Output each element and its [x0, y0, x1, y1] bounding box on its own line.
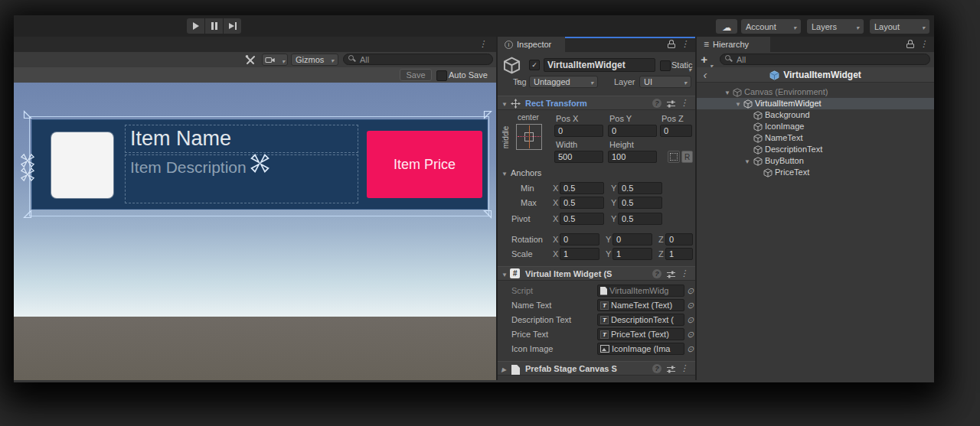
hierarchy-row-canvas[interactable]: Canvas (Environment)	[697, 86, 934, 98]
anchor-gizmo-icon[interactable]	[20, 167, 35, 182]
hierarchy-row-background[interactable]: Background	[697, 109, 934, 121]
foldout-icon[interactable]	[744, 158, 750, 165]
pos-y-field[interactable]: 0	[608, 125, 657, 137]
account-dropdown[interactable]: Account	[741, 19, 801, 34]
hierarchy-row-virtualitemwidget[interactable]: VirtualItemWidget	[697, 98, 934, 109]
object-picker-icon[interactable]	[687, 315, 694, 325]
camera-dropdown[interactable]	[262, 54, 288, 66]
pivot-x-field[interactable]: 0.5	[560, 213, 604, 225]
preset-icon[interactable]	[666, 270, 676, 279]
foldout-icon[interactable]	[724, 89, 730, 96]
create-object-button[interactable]	[701, 54, 707, 64]
widget-description-rect[interactable]: Item Description	[125, 154, 358, 203]
script-file-icon	[600, 287, 607, 295]
static-checkbox[interactable]	[660, 60, 671, 71]
save-button[interactable]: Save	[400, 69, 432, 81]
foldout-icon[interactable]	[501, 171, 508, 177]
rotation-x-field[interactable]: 0	[560, 233, 599, 246]
kebab-icon[interactable]	[680, 99, 688, 107]
max-y-field[interactable]: 0.5	[618, 197, 662, 209]
scale-x-field[interactable]: 1	[560, 248, 599, 260]
scene-search-input[interactable]: All	[343, 54, 493, 65]
foldout-icon[interactable]	[501, 272, 508, 278]
lock-icon[interactable]	[668, 40, 675, 48]
corner-handle-icon[interactable]	[23, 110, 32, 119]
object-picker-icon[interactable]	[687, 301, 694, 311]
kebab-icon[interactable]	[680, 269, 688, 278]
hierarchy-row-descriptiontext[interactable]: DescriptionText	[697, 144, 934, 155]
help-icon[interactable]	[652, 364, 662, 373]
foldout-icon[interactable]	[501, 101, 508, 108]
gameobject-name-field[interactable]: VirtualItemWidget	[544, 58, 655, 72]
object-picker-icon[interactable]	[687, 330, 694, 340]
price-text-object-field[interactable]: PriceText (Text)	[597, 328, 684, 340]
tab-inspector[interactable]: Inspector	[498, 37, 565, 52]
description-text-object-field[interactable]: DescriptionText (	[597, 314, 684, 326]
object-picker-icon[interactable]	[687, 344, 694, 354]
tab-hierarchy[interactable]: Hierarchy	[697, 37, 770, 52]
scale-y-field[interactable]: 1	[612, 248, 652, 260]
active-checkbox[interactable]	[529, 60, 540, 70]
min-x-field[interactable]: 0.5	[560, 182, 604, 194]
cloud-services-button[interactable]	[716, 19, 737, 34]
layout-dropdown[interactable]: Layout	[870, 19, 929, 34]
rotation-z-field[interactable]: 0	[665, 233, 693, 246]
scene-viewport[interactable]: Item Name Item Description Item Price	[14, 83, 496, 380]
breadcrumb[interactable]: VirtualItemWidget	[697, 67, 934, 83]
foldout-icon[interactable]	[501, 366, 506, 373]
width-field[interactable]: 500	[554, 151, 603, 163]
hierarchy-search-input[interactable]: All	[720, 54, 930, 65]
hierarchy-row-buybutton[interactable]: BuyButton	[697, 155, 934, 167]
kebab-icon[interactable]	[680, 364, 688, 372]
help-icon[interactable]	[652, 269, 662, 278]
rotation-y-field[interactable]: 0	[612, 233, 652, 246]
script-component-header[interactable]: Virtual Item Widget (S	[498, 266, 695, 281]
name-text-object-field[interactable]: NameText (Text)	[597, 299, 684, 311]
pause-button[interactable]	[205, 18, 223, 34]
pivot-y-field[interactable]: 0.5	[618, 213, 662, 225]
hierarchy-row-pricetext[interactable]: PriceText	[697, 167, 934, 178]
hierarchy-menu-kebab-icon[interactable]	[920, 40, 928, 48]
hierarchy-row-nametext[interactable]: NameText	[697, 132, 934, 144]
lock-icon[interactable]	[906, 40, 914, 48]
step-button[interactable]	[224, 18, 241, 34]
help-icon[interactable]	[652, 99, 662, 108]
script-object-field[interactable]: VirtualItemWidg	[597, 285, 684, 297]
auto-save-checkbox[interactable]	[436, 70, 447, 81]
raw-edit-mode-button[interactable]: R	[681, 151, 693, 163]
scene-menu-kebab-icon[interactable]	[479, 40, 487, 48]
icon-image-object-field[interactable]: IconImage (Ima	[597, 343, 684, 355]
tools-icon[interactable]	[245, 54, 256, 65]
tag-dropdown[interactable]: Untagged	[529, 76, 598, 88]
static-dropdown-icon[interactable]	[688, 61, 691, 75]
height-field[interactable]: 100	[608, 151, 657, 163]
rect-transform-header[interactable]: Rect Transform	[498, 96, 695, 110]
prefab-stage-canvas-header[interactable]: Prefab Stage Canvas S	[498, 361, 695, 376]
object-picker-icon[interactable]	[687, 286, 694, 296]
foldout-icon[interactable]	[735, 101, 741, 108]
corner-handle-icon[interactable]	[23, 210, 32, 219]
layer-dropdown[interactable]: UI	[639, 76, 691, 88]
pos-z-field[interactable]: 0	[660, 125, 692, 137]
widget-name-rect[interactable]: Item Name	[125, 125, 358, 153]
corner-handle-icon[interactable]	[483, 110, 492, 119]
preset-icon[interactable]	[666, 99, 676, 109]
gameobject-cube-icon[interactable]	[503, 57, 521, 74]
inspector-menu-kebab-icon[interactable]	[681, 40, 689, 48]
play-button[interactable]	[187, 18, 204, 34]
corner-handle-icon[interactable]	[483, 210, 492, 219]
max-x-field[interactable]: 0.5	[560, 197, 604, 209]
layers-dropdown[interactable]: Layers	[807, 19, 864, 34]
min-y-field[interactable]: 0.5	[618, 182, 662, 194]
scale-z-field[interactable]: 1	[665, 248, 693, 260]
blueprint-mode-button[interactable]	[668, 151, 680, 163]
hierarchy-row-iconimage[interactable]: IconImage	[697, 121, 934, 132]
gizmos-dropdown[interactable]: Gizmos	[291, 54, 338, 66]
anchor-preset-widget[interactable]	[516, 124, 542, 150]
widget-buy-button[interactable]: Item Price	[367, 131, 482, 198]
anchor-gizmo-icon[interactable]	[250, 153, 270, 174]
anchor-gizmo-icon[interactable]	[20, 153, 35, 168]
pos-x-field[interactable]: 0	[554, 125, 603, 137]
widget-icon-image[interactable]	[51, 132, 113, 198]
preset-icon[interactable]	[666, 365, 676, 374]
